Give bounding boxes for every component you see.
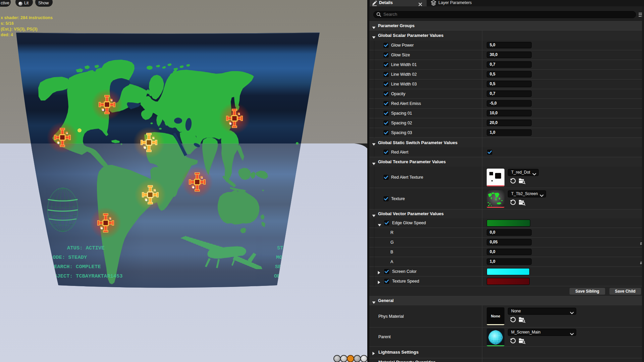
svg-text:EARCH: COMPLETE: EARCH: COMPLETE xyxy=(54,264,101,270)
svg-text:ATUS: ACTIVE: ATUS: ACTIVE xyxy=(67,245,105,251)
svg-text:ODE: STEADY: ODE: STEADY xyxy=(53,254,87,260)
svg-text:BJECT: TCBAYRAKTAR1453: BJECT: TCBAYRAKTAR1453 xyxy=(54,273,123,279)
